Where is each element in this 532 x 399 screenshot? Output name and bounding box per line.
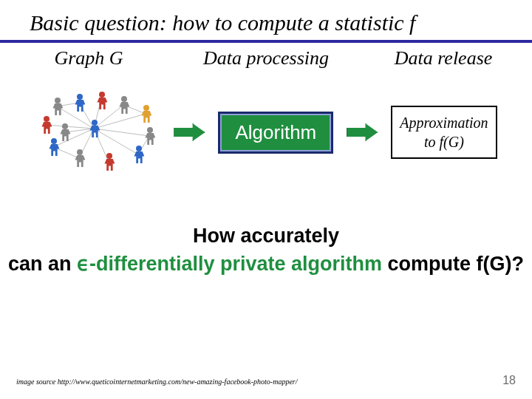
person-icon	[104, 153, 115, 171]
q-suffix: compute f(G)?	[382, 253, 524, 275]
q-green: -differentially private algorithm	[89, 253, 382, 275]
person-icon	[60, 123, 70, 141]
arrow-icon	[347, 123, 378, 141]
person-icon	[134, 146, 144, 163]
question-line2: can an ϵ-differentially private algorith…	[0, 252, 532, 276]
col-graph: Graph G	[0, 47, 177, 69]
main-question: How accurately can an ϵ-differentially p…	[0, 225, 532, 276]
col-processing: Data processing	[177, 47, 355, 69]
person-icon	[49, 138, 59, 156]
algorithm-box: Algorithm	[218, 112, 333, 154]
col-release: Data release	[355, 47, 532, 69]
person-icon	[52, 98, 63, 115]
svg-line-6	[94, 129, 138, 154]
person-icon	[41, 116, 52, 134]
person-icon	[119, 96, 129, 114]
svg-line-5	[94, 129, 149, 136]
question-line1: How accurately	[0, 225, 532, 248]
person-icon	[89, 120, 100, 137]
person-icon	[145, 127, 155, 145]
column-headers: Graph G Data processing Data release	[0, 47, 532, 69]
flow-row: Algorithm Approximation to f(G)	[0, 92, 532, 173]
page-number: 18	[502, 374, 516, 387]
person-icon	[141, 105, 151, 123]
person-icon	[75, 149, 85, 167]
q-epsilon: ϵ	[77, 253, 89, 275]
svg-line-4	[94, 114, 146, 129]
q-prefix: can an	[8, 253, 77, 275]
approx-line2: to f(G)	[400, 132, 488, 151]
image-credit: image source http://www.queticointernetm…	[16, 378, 297, 386]
person-icon	[97, 92, 107, 109]
slide-title: Basic question: how to compute a statist…	[0, 0, 532, 43]
person-icon	[75, 94, 85, 112]
approximation-box: Approximation to f(G)	[391, 106, 497, 159]
arrow-icon	[174, 123, 205, 141]
approx-line1: Approximation	[400, 113, 488, 132]
social-network-icon	[35, 92, 160, 173]
